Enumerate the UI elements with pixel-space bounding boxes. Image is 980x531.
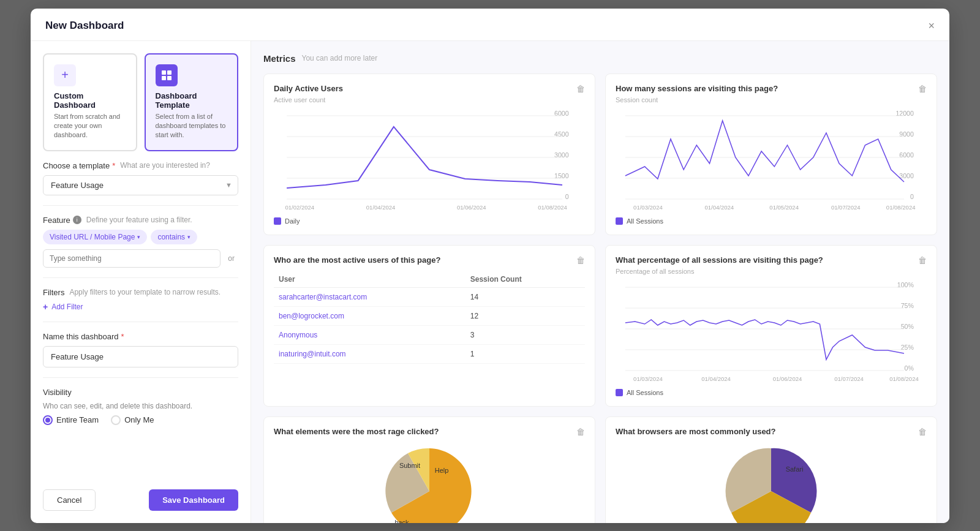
chart-header-5: What elements were the most rage clicked…	[274, 427, 585, 437]
chart-legend-1: Daily	[274, 217, 585, 225]
chart-header-1: Daily Active Users 🗑	[274, 84, 585, 94]
filter-text-input[interactable]	[43, 249, 221, 268]
delete-chart-5-button[interactable]: 🗑	[576, 427, 585, 437]
legend-check-2	[616, 217, 623, 225]
svg-text:01/06/2024: 01/06/2024	[773, 376, 802, 382]
table-row: sarahcarter@instacart.com 14	[274, 287, 585, 306]
dashboard-template-card[interactable]: Dashboard Template Select from a list of…	[145, 53, 239, 151]
table-row: Anonymous 3	[274, 325, 585, 344]
radio-row: Entire Team Only Me	[43, 415, 238, 425]
delete-chart-1-button[interactable]: 🗑	[576, 84, 585, 94]
divider-1	[43, 205, 238, 206]
chevron-down-icon: ▾	[137, 234, 140, 240]
metrics-hint: You can add more later	[302, 54, 378, 62]
divider-2	[43, 277, 238, 278]
or-label: or	[224, 254, 238, 263]
new-dashboard-modal: New Dashboard × + Custom Dashboard Start…	[31, 9, 949, 523]
col-user: User	[274, 271, 466, 288]
user-link[interactable]: inaturing@intuit.com	[274, 344, 466, 363]
visibility-desc: Who can see, edit, and delete this dashb…	[43, 402, 238, 410]
session-count: 3	[466, 325, 585, 344]
template-card-row: + Custom Dashboard Start from scratch an…	[43, 53, 238, 151]
template-select-wrapper: Feature Usage ▼	[43, 175, 238, 195]
choose-template-section: Choose a template * What are you interes…	[43, 161, 238, 195]
modal-title: New Dashboard	[45, 20, 124, 32]
custom-dashboard-card[interactable]: + Custom Dashboard Start from scratch an…	[43, 53, 137, 151]
custom-dashboard-title: Custom Dashboard	[54, 91, 126, 110]
chart-subtitle-4: Percentage of all sessions	[616, 268, 927, 275]
chart-legend-2: All Sessions	[616, 217, 927, 225]
user-link[interactable]: Anonymous	[274, 325, 466, 344]
chart-title-4: What percentage of all sessions are visi…	[616, 255, 823, 265]
dashboard-template-icon	[156, 64, 178, 86]
delete-chart-6-button[interactable]: 🗑	[918, 427, 927, 437]
svg-text:01/04/2024: 01/04/2024	[701, 376, 731, 382]
legend-check-4	[616, 389, 623, 396]
pie-container-6: Safari	[616, 439, 927, 523]
delete-chart-4-button[interactable]: 🗑	[918, 255, 927, 265]
user-link[interactable]: sarahcarter@instacart.com	[274, 287, 466, 306]
add-filter-button[interactable]: + Add Filter	[43, 302, 238, 312]
delete-chart-3-button[interactable]: 🗑	[576, 255, 585, 265]
user-link[interactable]: ben@logrocket.com	[274, 306, 466, 325]
filter-tag-url[interactable]: Visited URL / Mobile Page ▾	[43, 230, 147, 244]
svg-text:01/04/2024: 01/04/2024	[705, 205, 734, 211]
left-panel: + Custom Dashboard Start from scratch an…	[31, 41, 251, 523]
chart-most-active-users: Who are the most active users of this pa…	[263, 245, 595, 407]
svg-text:01/08/2024: 01/08/2024	[886, 205, 916, 211]
dashboard-template-title: Dashboard Template	[156, 91, 228, 110]
svg-text:01/08/2024: 01/08/2024	[538, 205, 567, 211]
save-dashboard-button[interactable]: Save Dashboard	[149, 489, 238, 511]
chart-subtitle-1: Active user count	[274, 96, 585, 104]
cancel-button[interactable]: Cancel	[43, 489, 96, 511]
filter-input-row: or	[43, 249, 238, 268]
dashboard-template-desc: Select from a list of dashboard template…	[156, 112, 228, 140]
custom-dashboard-desc: Start from scratch and create your own d…	[54, 112, 126, 140]
radio-circle-entire-team	[43, 415, 53, 425]
svg-text:01/06/2024: 01/06/2024	[457, 205, 486, 211]
chart-sessions-visiting: How many sessions are visiting this page…	[605, 73, 937, 235]
radio-circle-only-me	[111, 415, 121, 425]
info-icon[interactable]: i	[73, 216, 81, 224]
chart-title-5: What elements were the most rage clicked…	[274, 427, 439, 436]
charts-grid: Daily Active Users 🗑 Active user count 6…	[263, 73, 937, 523]
radio-entire-team[interactable]: Entire Team	[43, 415, 99, 425]
chart-daily-active-users: Daily Active Users 🗑 Active user count 6…	[263, 73, 595, 235]
pie-label-safari: Safari	[786, 465, 804, 473]
delete-chart-2-button[interactable]: 🗑	[918, 84, 927, 94]
filter-tags: Visited URL / Mobile Page ▾ contains ▾	[43, 230, 238, 244]
divider-4	[43, 377, 238, 378]
metrics-header: Metrics You can add more later	[263, 53, 937, 64]
svg-rect-3	[167, 76, 172, 80]
table-row: inaturing@intuit.com 1	[274, 344, 585, 363]
modal-overlay: New Dashboard × + Custom Dashboard Start…	[0, 0, 980, 531]
chart-title-2: How many sessions are visiting this page…	[616, 84, 778, 93]
svg-text:01/03/2024: 01/03/2024	[633, 205, 663, 211]
chart-area-2: 12000 9000 6000 3000 0	[616, 108, 927, 213]
chart-area-1: 6000 4500 3000 1500 0	[274, 108, 585, 213]
modal-header: New Dashboard ×	[31, 9, 949, 41]
chart-header-3: Who are the most active users of this pa…	[274, 255, 585, 265]
users-table-container: User Session Count sarahcarter@instacart…	[274, 271, 585, 364]
radio-only-me[interactable]: Only Me	[111, 415, 154, 425]
left-footer: Cancel Save Dashboard	[43, 482, 238, 511]
svg-text:01/04/2024: 01/04/2024	[366, 205, 396, 211]
svg-rect-1	[167, 70, 172, 75]
filter-tag-contains[interactable]: contains ▾	[151, 230, 197, 244]
pie-container-5: Help back Submit	[274, 439, 585, 523]
close-button[interactable]: ×	[928, 20, 935, 31]
name-label: Name this dashboard *	[43, 332, 238, 341]
chart-title-1: Daily Active Users	[274, 84, 343, 93]
chart-header-4: What percentage of all sessions are visi…	[616, 255, 927, 265]
dashboard-name-input[interactable]	[43, 346, 238, 367]
chart-header-6: What browsers are most commonly used? 🗑	[616, 427, 927, 437]
choose-template-label: Choose a template * What are you interes…	[43, 161, 238, 170]
chevron-down-icon: ▾	[187, 234, 190, 240]
table-row: ben@logrocket.com 12	[274, 306, 585, 325]
template-select[interactable]: Feature Usage	[43, 175, 238, 195]
svg-rect-0	[162, 70, 166, 75]
add-filter-label: Add Filter	[51, 303, 83, 311]
svg-text:01/08/2024: 01/08/2024	[889, 376, 919, 382]
filters-section: Filters Apply filters to your template t…	[43, 288, 238, 312]
custom-dashboard-icon: +	[54, 64, 76, 86]
